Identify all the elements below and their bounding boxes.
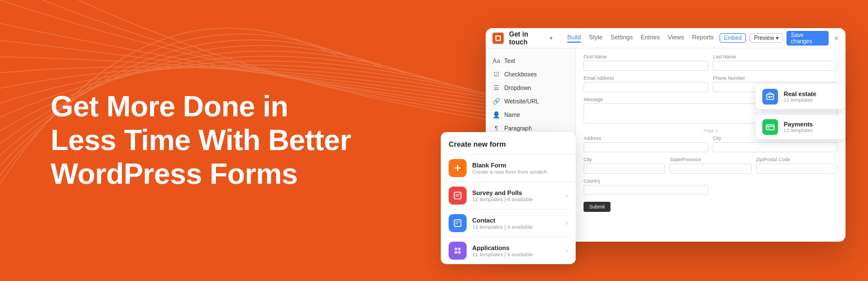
form-row-country: Country [584,178,838,195]
embed-button[interactable]: Embed [720,33,747,43]
submit-button[interactable]: Submit [584,202,611,212]
form-field-last-name: Last Name [713,54,838,71]
contact-icon [449,214,467,232]
real-estate-icon [762,89,778,105]
preview-button[interactable]: Preview ▾ [749,33,783,43]
form-row-state-zip: City State/Province Zip/Postal Code [584,157,838,174]
svg-rect-1 [768,96,770,98]
survey-icon [449,187,467,205]
svg-rect-5 [767,128,770,129]
field-text[interactable]: Aa Text [486,54,575,67]
topbar-actions: Embed Preview ▾ Save changes × [720,31,839,46]
field-dropdown[interactable]: ☰ Dropdown [486,81,575,94]
svg-rect-3 [766,125,774,130]
form-field-zip: Zip/Postal Code [756,157,838,174]
applications-icon [449,242,467,260]
popup-item-survey[interactable]: Survey and Polls 11 templates | 6 availa… [441,182,576,209]
link-icon: 🔗 [492,97,500,105]
dropdown-icon: ☰ [492,84,500,92]
form-field-state: State/Province [670,157,751,174]
popup-item-applications[interactable]: Applications 11 templates | 6 available … [441,237,576,264]
popup-item-blank[interactable]: + Blank Form Create a new form from scra… [441,154,576,182]
form-field-country: Country [584,178,708,195]
nav-views[interactable]: Views [668,34,684,43]
chevron-down-icon: ▾ [776,35,779,41]
popup-title: Create new form [441,132,576,154]
nav-reports[interactable]: Reports [692,34,714,43]
paragraph-icon: ¶ [492,124,500,132]
checkbox-icon: ☑ [492,70,500,78]
blank-form-text: Blank Form Create a new form from scratc… [472,162,547,175]
form-field-email: Email Address [584,75,708,92]
svg-rect-9 [454,220,461,226]
real-estate-card-text: Real estate 11 templates [784,90,816,103]
hero-section: Get More Done in Less Time With Better W… [0,0,868,281]
payments-card-text: Payments 11 templates [784,121,813,133]
chevron-down-icon: ▾ [550,35,553,41]
form-field-address: Address [584,135,708,152]
svg-rect-6 [454,192,461,199]
form-preview-panel: First Name Last Name Email Address [576,48,846,242]
nav-entries[interactable]: Entries [641,34,660,43]
svg-point-15 [458,251,461,254]
close-button[interactable]: × [834,34,839,43]
chevron-right-icon: › [566,219,568,227]
applications-text: Applications 11 templates | 6 available [472,244,533,257]
text-icon: Aa [492,57,500,65]
chevron-right-icon: › [566,247,568,255]
form-builder-topbar: Get in touch ▾ Build Style Settings Entr… [486,28,846,48]
form-field-city2: City [584,157,665,174]
template-card-payments[interactable]: Payments 11 templates [756,115,846,139]
field-name[interactable]: 👤 Name [486,108,575,121]
form-row-name: First Name Last Name [584,54,838,71]
nav-style[interactable]: Style [589,34,602,43]
field-website-url[interactable]: 🔗 Website/URL [486,94,575,108]
chevron-right-icon: › [566,192,568,200]
save-changes-button[interactable]: Save changes [786,31,829,46]
form-spacer [713,178,838,195]
app-logo [492,33,504,44]
template-card-real-estate[interactable]: Real estate 11 templates [756,84,846,109]
popup-item-contact[interactable]: Contact 11 templates | 4 available › [441,209,576,237]
survey-text: Survey and Polls 11 templates | 6 availa… [472,189,533,202]
ui-mockup: Get in touch ▾ Build Style Settings Entr… [441,28,846,270]
svg-rect-2 [771,96,772,97]
form-builder-nav: Build Style Settings Entries Views Repor… [567,34,714,43]
name-icon: 👤 [492,111,500,119]
hero-heading: Get More Done in Less Time With Better W… [51,90,351,191]
field-checkboxes[interactable]: ☑ Checkboxes [486,67,575,81]
form-name-label: Get in touch ▾ [509,30,553,46]
svg-point-13 [458,248,461,251]
blank-form-icon: + [449,159,467,177]
contact-text: Contact 11 templates | 4 available [472,217,533,230]
svg-point-14 [455,251,458,254]
logo-inner [495,35,501,41]
svg-point-12 [455,248,458,251]
create-form-popup: Create new form + Blank Form Create a ne… [441,132,576,264]
nav-settings[interactable]: Settings [611,34,633,43]
hero-text: Get More Done in Less Time With Better W… [51,90,351,191]
nav-build[interactable]: Build [567,34,581,43]
form-field-first-name: First Name [584,54,708,71]
payments-icon [762,119,778,135]
